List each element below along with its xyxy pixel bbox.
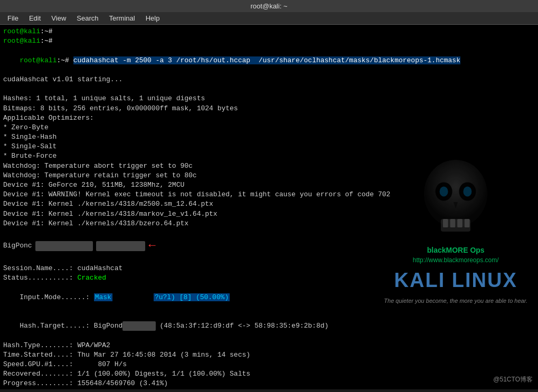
menu-view[interactable]: View <box>47 13 70 23</box>
arrow-icon: ← <box>148 238 155 254</box>
line-blank2 <box>3 228 535 238</box>
line-recovered: Recovered.......: 1/1 (100.00%) Digests,… <box>3 369 535 379</box>
menu-file[interactable]: File <box>3 13 23 23</box>
line-time-started: Time.Started....: Thu Mar 27 16:45:08 20… <box>3 350 535 360</box>
line-opt2: * Single-Hash <box>3 132 535 142</box>
line-rejected: Rejected........: 0/155648 (0.00%) <box>3 389 535 389</box>
line-watchdog1: Watchdog: Temperature abort trigger set … <box>3 161 535 171</box>
line-device1: Device #1: GeForce 210, 511MB, 1238Mhz, … <box>3 180 535 190</box>
line-opt4: * Brute-Force <box>3 151 535 161</box>
line-opt3: * Single-Salt <box>3 142 535 151</box>
line-kernel3: Device #1: Kernel ./kernels/4318/bzero.6… <box>3 219 535 228</box>
title-bar: root@kali: ~ <box>0 0 538 12</box>
blog-credit: @51CTO博客 <box>493 375 533 384</box>
line-device-warn: Device #1: WARNING! Kernel exec timeout … <box>3 190 535 199</box>
line-speed: Speed.GPU.#1....: 807 H/s <box>3 360 535 369</box>
menu-search[interactable]: Search <box>72 13 102 23</box>
blurred-ssid <box>35 241 93 251</box>
menu-bar: File Edit View Search Terminal Help <box>0 12 538 25</box>
line-hash-target: Hash.Target.....: BigPond (48:5a:3f:12:d… <box>3 312 535 341</box>
menu-help[interactable]: Help <box>141 13 164 23</box>
line-input-mode: Input.Mode......: Mask ?u?l) [8] (50.00%… <box>3 283 535 312</box>
line-hashes: Hashes: 1 total, 1 unique salts, 1 uniqu… <box>3 94 535 103</box>
line-opt1: * Zero-Byte <box>3 123 535 132</box>
line-bigpond: BigPonc ← <box>3 238 535 254</box>
line-command: root@kali:~# cudahashcat -m 2500 -a 3 /r… <box>3 46 535 75</box>
line-2: root@kali:~# <box>3 36 535 46</box>
terminal[interactable]: root@kali:~# root@kali:~# root@kali:~# c… <box>0 25 538 389</box>
window-title: root@kali: ~ <box>0 0 538 12</box>
menu-terminal[interactable]: Terminal <box>105 13 139 23</box>
line-1: root@kali:~# <box>3 27 535 36</box>
blurred-target <box>122 321 155 331</box>
line-status: Status..........: Cracked <box>3 273 535 283</box>
line-optimizers: Applicable Optimizers: <box>3 113 535 123</box>
line-bitmaps: Bitmaps: 8 bits, 256 entries, 0x000000ff… <box>3 104 535 113</box>
blurred-hash-val <box>96 241 146 251</box>
line-session: Session.Name....: cudaHashcat <box>3 264 535 273</box>
line-blank3 <box>3 254 535 264</box>
menu-edit[interactable]: Edit <box>25 13 45 23</box>
line-blank1 <box>3 84 535 94</box>
line-kernel2: Device #1: Kernel ./kernels/4318/markov_… <box>3 209 535 219</box>
line-hash-type: Hash.Type.......: WPA/WPA2 <box>3 341 535 350</box>
line-starting: cudaHashcat v1.01 starting... <box>3 75 535 84</box>
line-watchdog2: Watchdog: Temperature retain trigger set… <box>3 171 535 180</box>
line-progress: Progress........: 155648/4569760 (3.41%) <box>3 379 535 388</box>
line-kernel1: Device #1: Kernel ./kernels/4318/m2500.s… <box>3 199 535 209</box>
